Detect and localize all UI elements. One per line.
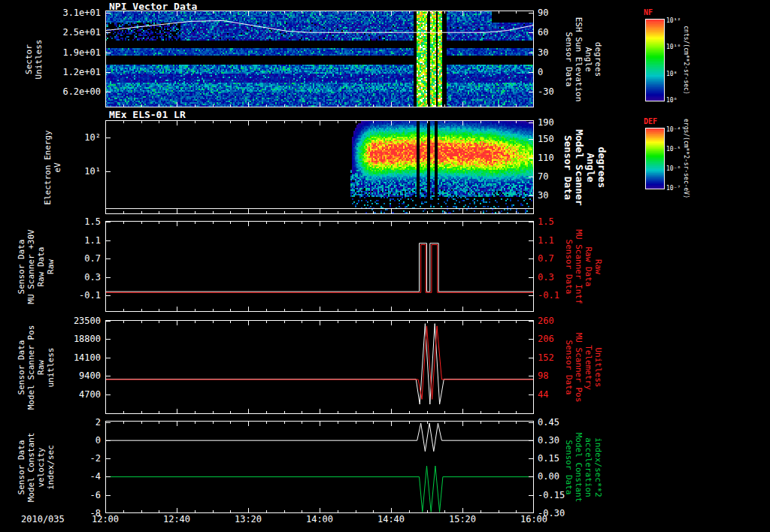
panel1-left-tick-label: 1.9e+01 [47, 48, 101, 57]
colorbar-2-title: DEF [644, 117, 657, 125]
panel1-left-tick-label: 3.1e+01 [47, 8, 101, 17]
panel4-left-axis-label: Sensor DataModel Scanner PosRawunitless [17, 325, 56, 410]
colorbar-2-tick-label: 10⁻⁵ [666, 146, 681, 153]
colorbar-1-tick-label: 10⁶ [666, 97, 677, 104]
colorbar-nf-canvas [645, 19, 665, 101]
colorbar-1-tick-label: 10¹² [666, 17, 681, 24]
panel4-left-tick-label: 23500 [47, 316, 101, 325]
x-axis-tick-label: 13:20 [232, 514, 265, 524]
panel2-title: MEx ELS-01 LR [109, 109, 186, 120]
panel2-right-axis-label: degreesAngleModel ScannerSensor Data [562, 129, 608, 206]
panel3-left-tick-label: 1.5 [47, 217, 101, 226]
x-axis-tick-label: 12:00 [89, 514, 122, 524]
panel3-right-axis-label: RawRaw DataMU Scanner IntfSensor Data [564, 229, 603, 304]
colorbar-2-tick-label: 10⁻⁶ [666, 165, 681, 172]
panel1-npi-spectrogram-canvas [105, 11, 534, 107]
panel4-right-axis-label: UnitlessTelemetryMU Scanner PosSensor Da… [564, 332, 603, 402]
x-axis-tick-label: 12:40 [160, 514, 193, 524]
colorbar-1-title: NF [644, 8, 653, 17]
panel1-left-tick-label: 6.2e+00 [47, 87, 101, 96]
panel5-left-axis-label: Sensor DataModel Constantvelocityindex/s… [17, 432, 56, 502]
colorbar-def-canvas [645, 128, 665, 189]
panel2-left-axis-label: Electron EnergyeV [43, 130, 62, 204]
panel4-scanner-pos-canvas [105, 320, 534, 414]
panel3-right-tick-label: 1.5 [538, 217, 583, 226]
science-plot-page: NPI Vector Data MEx ELS-01 LR 2010/035 3… [0, 0, 770, 532]
panel5-right-tick-label: 0.45 [538, 418, 583, 427]
panel1-right-axis-label: degreesAngleESH Sun ElevationSensor Data [564, 17, 603, 101]
panel1-left-tick-label: 2.5e+01 [47, 28, 101, 37]
x-axis-tick-label: 16:00 [517, 514, 550, 524]
colorbar-1-tick-label: 10⁸ [666, 71, 677, 77]
panel5-model-constant-canvas [105, 421, 534, 513]
panel3-mu-scanner-raw-canvas [105, 221, 534, 312]
panel1-right-tick-label: 90 [538, 8, 583, 17]
panel2-els-spectrogram-canvas [105, 120, 534, 214]
panel2-right-tick-label: 190 [538, 118, 583, 127]
colorbar-1-tick-label: 10¹⁰ [666, 44, 681, 50]
x-axis-tick-label: 14:40 [374, 514, 408, 524]
x-axis-tick-label: 15:20 [446, 514, 479, 524]
x-axis-tick-label: 14:00 [303, 514, 336, 524]
colorbar-2-tick-label: 10⁻⁷ [666, 185, 681, 192]
panel5-left-tick-label: 2 [47, 418, 101, 427]
panel1-left-axis-label: SectorUnitless [24, 39, 44, 79]
panel4-right-tick-label: 260 [538, 316, 583, 325]
panel5-right-axis-label: index/sec**2accelerationModel ConstantSe… [564, 432, 603, 502]
colorbar-2-tick-label: 10⁻⁴ [666, 126, 681, 133]
panel3-left-axis-label: Sensor DataMU Scanner +30VRaw DataRaw [17, 229, 56, 304]
colorbar-2-units-label: ergs/(cm**2-sr-sec-eV) [683, 119, 690, 198]
colorbar-1-units-label: cnts/(cm**2-sr-sec) [683, 26, 690, 95]
panel1-left-tick-label: 1.2e+01 [47, 68, 101, 77]
